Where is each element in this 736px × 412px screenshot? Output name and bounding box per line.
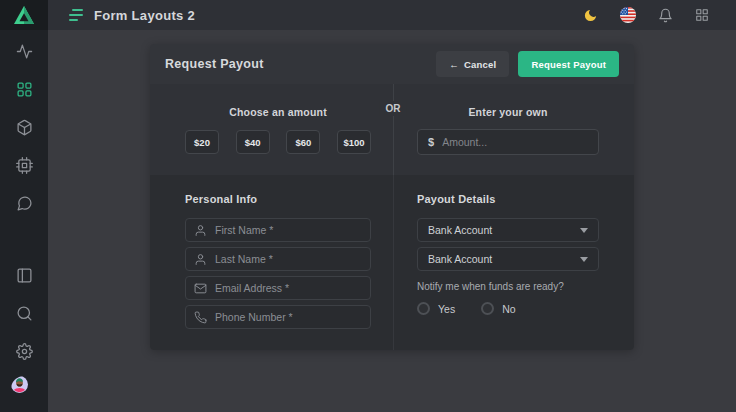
- sidebar-item-components[interactable]: [0, 108, 48, 146]
- radio-no-label: No: [502, 303, 515, 315]
- user-avatar: [11, 376, 37, 402]
- content-area: Request Payout ←Cancel Request Payout Ch…: [48, 30, 736, 412]
- personal-info-group: Personal Info: [150, 193, 393, 350]
- triangle-logo-icon: [13, 5, 35, 25]
- cancel-button[interactable]: ←Cancel: [436, 51, 509, 77]
- back-arrow-icon: ←: [449, 59, 459, 70]
- search-icon: [16, 305, 33, 322]
- app-window: Form Layouts 2: [0, 0, 736, 412]
- cancel-label: Cancel: [464, 59, 496, 70]
- custom-amount-field: $: [417, 129, 599, 155]
- radio-circle-icon: [481, 302, 494, 315]
- menu-icon[interactable]: [69, 9, 83, 21]
- custom-amount-input[interactable]: [442, 136, 588, 148]
- request-payout-button[interactable]: Request Payout: [518, 51, 619, 77]
- details-section: Personal Info: [150, 175, 634, 350]
- phone-field: [185, 305, 371, 329]
- moon-icon: [583, 8, 598, 23]
- activity-icon: [16, 43, 33, 60]
- sidebar-item-settings[interactable]: [0, 332, 48, 370]
- topbar: Form Layouts 2: [48, 0, 736, 30]
- last-name-field: [185, 247, 371, 271]
- phone-input[interactable]: [215, 311, 362, 323]
- email-input[interactable]: [215, 282, 362, 294]
- person-icon: [194, 224, 207, 237]
- page-title: Form Layouts 2: [94, 8, 195, 23]
- notifications-button[interactable]: [658, 8, 673, 23]
- choose-amount-group: Choose an amount $20 $40 $60 $100: [150, 106, 393, 175]
- sidebar-item-hardware[interactable]: [0, 146, 48, 184]
- amount-button-40[interactable]: $40: [236, 130, 270, 154]
- last-name-input[interactable]: [215, 253, 362, 265]
- bell-icon: [658, 8, 673, 23]
- radio-circle-icon: [417, 302, 430, 315]
- sidebar-nav-top: [0, 32, 48, 222]
- sidebar-item-panel-toggle[interactable]: [0, 256, 48, 294]
- phone-icon: [194, 311, 207, 324]
- chevron-down-icon: [580, 257, 588, 262]
- chevron-down-icon: [580, 228, 588, 233]
- grid-menu-icon: [695, 8, 709, 22]
- grid-icon: [16, 81, 33, 98]
- theme-toggle[interactable]: [583, 8, 598, 23]
- select-value: Bank Account: [428, 224, 492, 236]
- choose-amount-label: Choose an amount: [185, 106, 371, 118]
- request-payout-card: Request Payout ←Cancel Request Payout Ch…: [150, 44, 634, 350]
- app-logo[interactable]: [0, 0, 48, 30]
- cube-icon: [16, 119, 33, 136]
- language-selector[interactable]: [620, 7, 636, 23]
- select-value: Bank Account: [428, 253, 492, 265]
- or-label: OR: [380, 101, 407, 116]
- bank-account-select-2[interactable]: Bank Account: [417, 247, 599, 271]
- first-name-field: [185, 218, 371, 242]
- card-actions: ←Cancel Request Payout: [436, 51, 619, 77]
- card-title: Request Payout: [165, 57, 264, 71]
- payout-details-group: Payout Details Bank Account Bank Account…: [393, 193, 634, 350]
- amount-button-100[interactable]: $100: [337, 130, 371, 154]
- sidebar-item-activity[interactable]: [0, 32, 48, 70]
- vertical-divider: [393, 84, 394, 175]
- gear-icon: [16, 343, 33, 360]
- topbar-actions: [583, 7, 709, 23]
- amount-section: Choose an amount $20 $40 $60 $100 OR Ent…: [150, 84, 634, 175]
- apps-menu-button[interactable]: [695, 8, 709, 22]
- vertical-divider: [393, 175, 394, 350]
- person-icon: [194, 253, 207, 266]
- email-field: [185, 276, 371, 300]
- sidebar: [0, 0, 48, 412]
- sidebar-item-search[interactable]: [0, 294, 48, 332]
- bank-account-select-1[interactable]: Bank Account: [417, 218, 599, 242]
- notify-radio-group: Yes No: [417, 302, 599, 315]
- notify-question: Notify me when funds are ready?: [417, 281, 599, 292]
- card-header: Request Payout ←Cancel Request Payout: [150, 44, 634, 84]
- dollar-icon: $: [428, 136, 434, 148]
- amount-button-20[interactable]: $20: [185, 130, 219, 154]
- radio-yes[interactable]: Yes: [417, 302, 455, 315]
- sidebar-item-profile[interactable]: [0, 370, 48, 408]
- layout-panel-icon: [16, 267, 33, 284]
- amount-button-60[interactable]: $60: [286, 130, 320, 154]
- sidebar-item-messages[interactable]: [0, 184, 48, 222]
- personal-info-heading: Personal Info: [185, 193, 371, 205]
- payout-details-heading: Payout Details: [417, 193, 599, 205]
- first-name-input[interactable]: [215, 224, 362, 236]
- main-area: Form Layouts 2: [48, 0, 736, 412]
- us-flag-icon: [620, 7, 636, 23]
- enter-own-label: Enter your own: [417, 106, 599, 118]
- radio-yes-label: Yes: [438, 303, 455, 315]
- sidebar-item-layouts[interactable]: [0, 70, 48, 108]
- chat-bubble-icon: [16, 195, 33, 212]
- radio-no[interactable]: No: [481, 302, 515, 315]
- amount-buttons: $20 $40 $60 $100: [185, 130, 371, 154]
- mail-icon: [194, 282, 207, 295]
- cpu-icon: [16, 157, 33, 174]
- sidebar-nav-bottom: [0, 256, 48, 412]
- enter-own-group: Enter your own $: [393, 106, 634, 175]
